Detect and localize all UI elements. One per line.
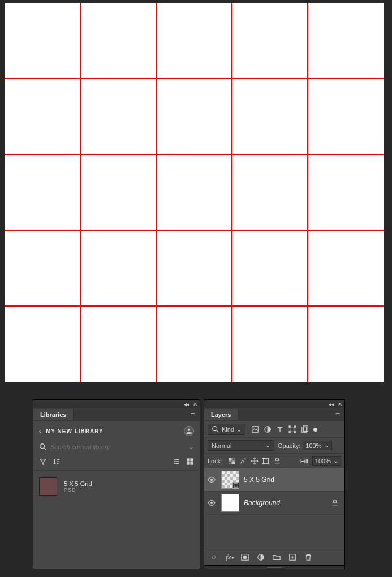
list-view-icon[interactable] [173, 458, 180, 466]
chevron-down-icon: ⌄ [324, 442, 329, 449]
visibility-icon[interactable] [208, 476, 217, 484]
lock-label: Lock: [208, 458, 222, 464]
tab-libraries[interactable]: Libraries [33, 409, 74, 420]
filter-toggle-icon[interactable] [313, 428, 317, 432]
lock-transparency-icon[interactable] [228, 457, 236, 465]
collapse-icon[interactable]: ◂◂ [329, 401, 334, 407]
sort-icon[interactable] [53, 458, 61, 466]
library-name: MY NEW LIBRARY [46, 428, 104, 434]
add-mask-icon[interactable] [241, 553, 249, 561]
panel-menu-icon[interactable]: ≡ [186, 410, 200, 419]
svg-point-35 [210, 479, 213, 481]
add-people-icon[interactable] [184, 426, 194, 436]
document-canvas[interactable] [5, 3, 384, 382]
adjustment-filter-icon[interactable] [264, 425, 272, 433]
svg-rect-15 [187, 462, 189, 464]
lock-position-icon[interactable] [251, 457, 259, 465]
panel-topbar: ◂◂ ✕ [204, 400, 344, 408]
lock-image-icon[interactable] [239, 457, 247, 465]
adjustment-layer-icon[interactable] [257, 553, 265, 561]
locked-icon[interactable] [331, 499, 341, 507]
tab-layers[interactable]: Layers [204, 409, 238, 420]
library-search[interactable]: ⌄ [33, 441, 200, 455]
layer-name[interactable]: Background [244, 499, 280, 507]
panel-topbar: ◂◂ ✕ [33, 400, 200, 408]
lock-row: Lock: Fill: 100% ⌄ [204, 454, 344, 468]
lock-all-icon[interactable] [273, 457, 281, 465]
filter-icon[interactable] [39, 458, 47, 466]
svg-point-37 [210, 502, 213, 504]
blend-mode-value: Normal [212, 442, 231, 449]
link-layers-icon[interactable] [210, 553, 218, 561]
svg-rect-33 [264, 458, 269, 463]
new-group-icon[interactable] [273, 553, 281, 561]
layer-filter-row: Kind ⌄ [204, 421, 344, 438]
layer-thumbnail[interactable] [221, 494, 239, 512]
libraries-panel: ◂◂ ✕ Libraries ≡ ‹ MY NEW LIBRARY ⌄ [33, 399, 200, 569]
type-filter-icon[interactable] [276, 425, 284, 433]
close-icon[interactable]: ✕ [193, 401, 197, 407]
close-icon[interactable]: ✕ [338, 401, 342, 407]
fill-value: 100% [315, 458, 331, 464]
svg-line-12 [44, 448, 46, 450]
svg-rect-34 [275, 460, 279, 464]
layer-style-icon[interactable]: fx▾ [226, 553, 233, 562]
svg-rect-25 [295, 432, 296, 433]
opacity-value: 100% [305, 442, 321, 449]
search-icon [39, 443, 47, 451]
panel-menu-icon[interactable]: ≡ [331, 410, 344, 419]
filter-kind-label: Kind [222, 426, 234, 433]
fill-label: Fill: [300, 458, 310, 464]
opacity-field[interactable]: 100% ⌄ [303, 441, 331, 450]
chevron-down-icon: ⌄ [333, 457, 338, 464]
svg-point-17 [213, 427, 217, 431]
blend-mode-select[interactable]: Normal ⌄ [208, 440, 274, 451]
chevron-down-icon: ⌄ [265, 442, 270, 449]
svg-rect-0 [5, 3, 384, 382]
chevron-down-icon[interactable]: ⌄ [188, 443, 194, 451]
filter-kind-select[interactable]: Kind ⌄ [208, 424, 245, 435]
svg-rect-14 [191, 459, 193, 461]
library-item[interactable]: 5 X 5 Grid PSD [33, 471, 200, 502]
svg-rect-19 [252, 427, 259, 433]
svg-point-40 [243, 556, 247, 559]
new-layer-icon[interactable] [288, 553, 296, 561]
smartobj-filter-icon[interactable] [301, 425, 309, 433]
lock-artboard-icon[interactable] [262, 457, 270, 465]
svg-rect-28 [229, 458, 231, 460]
svg-rect-29 [232, 458, 235, 460]
layers-panel: ◂◂ ✕ Layers ≡ Kind ⌄ Normal [204, 399, 345, 569]
layer-thumbnail[interactable] [221, 471, 239, 489]
panel-resize-handle[interactable] [204, 565, 344, 569]
layer-row[interactable]: Background [204, 492, 344, 515]
svg-rect-23 [295, 426, 296, 428]
library-toolbar [33, 455, 200, 471]
svg-line-18 [217, 430, 219, 433]
search-input[interactable] [50, 443, 188, 450]
pixel-filter-icon[interactable] [251, 425, 259, 433]
collapse-icon[interactable]: ◂◂ [184, 401, 189, 407]
smart-object-badge-icon [232, 482, 239, 489]
layer-row[interactable]: 5 X 5 Grid [204, 468, 344, 492]
library-selector[interactable]: ‹ MY NEW LIBRARY [33, 421, 200, 441]
svg-rect-13 [187, 459, 189, 461]
layer-name[interactable]: 5 X 5 Grid [244, 476, 274, 484]
svg-rect-22 [289, 426, 291, 428]
library-item-type: PSD [64, 487, 92, 493]
svg-rect-30 [229, 461, 231, 463]
svg-point-11 [40, 444, 45, 449]
svg-rect-16 [191, 462, 193, 464]
delete-layer-icon[interactable] [304, 553, 312, 561]
fill-field[interactable]: 100% ⌄ [312, 456, 341, 466]
opacity-label: Opacity: [278, 442, 300, 449]
grid-view-icon[interactable] [186, 458, 194, 466]
svg-point-9 [188, 429, 191, 432]
visibility-icon[interactable] [208, 499, 217, 507]
chevron-left-icon: ‹ [39, 427, 41, 435]
library-item-name: 5 X 5 Grid [64, 480, 92, 487]
svg-rect-24 [289, 432, 291, 433]
shape-filter-icon[interactable] [288, 425, 296, 433]
svg-rect-36 [234, 484, 238, 487]
layers-footer: fx▾ [204, 549, 344, 565]
search-icon [212, 425, 219, 433]
